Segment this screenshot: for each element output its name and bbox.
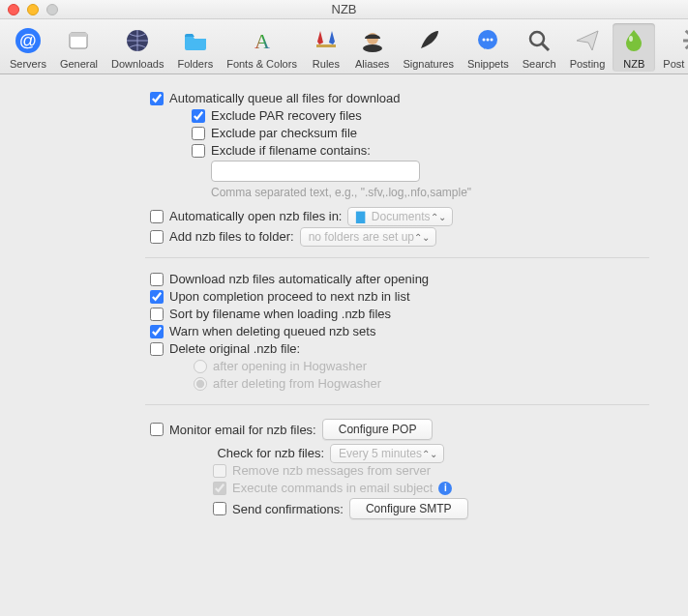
- toolbar-item-downloads[interactable]: Downloads: [105, 23, 169, 72]
- toolbar-item-general[interactable]: General: [54, 23, 104, 72]
- svg-rect-24: [684, 44, 688, 50]
- auto-queue-checkbox[interactable]: Automatically queue all files for downlo…: [150, 91, 400, 105]
- svg-line-14: [542, 44, 549, 50]
- alias-icon: [357, 25, 388, 56]
- check-interval-select: Every 5 minutes ⌃⌄: [330, 444, 444, 463]
- window-title: NZB: [0, 2, 688, 16]
- proceed-next-label: Upon completion proceed to next nzb in l…: [169, 289, 410, 304]
- info-icon[interactable]: i: [438, 482, 452, 495]
- separator: [145, 257, 649, 258]
- proceed-next-checkbox[interactable]: Upon completion proceed to next nzb in l…: [150, 289, 410, 304]
- toolbar-item-servers[interactable]: @Servers: [4, 23, 52, 72]
- auto-open-value: Documents: [372, 210, 431, 223]
- add-folder-value: no folders are set up: [309, 230, 414, 244]
- toolbar-item-signatures[interactable]: Signatures: [397, 23, 460, 72]
- monitor-email-checkbox[interactable]: Monitor email for nzb files:: [150, 423, 316, 437]
- add-folder-label: Add nzb files to folder:: [169, 229, 294, 244]
- svg-text:A: A: [254, 29, 270, 53]
- sort-filename-checkbox[interactable]: Sort by filename when loading .nzb files: [150, 307, 391, 321]
- exclude-contains-hint: Comma separated text, e.g., ".sfv,.log,.…: [211, 186, 649, 199]
- titlebar: NZB: [0, 0, 688, 19]
- toolbar-item-rules[interactable]: Rules: [305, 23, 347, 72]
- delete-after-open-radio: after opening in Hogwasher: [194, 359, 367, 373]
- delete-after-delete-label: after deleting from Hogwasher: [213, 376, 381, 391]
- chat-icon: [472, 25, 503, 56]
- delete-original-label: Delete original .nzb file:: [169, 341, 300, 356]
- execute-commands-label: Execute commands in email subject: [232, 481, 433, 495]
- exclude-contains-checkbox[interactable]: Exclude if filename contains:: [192, 143, 371, 158]
- minimize-icon[interactable]: [27, 4, 39, 15]
- toolbar-item-postprocess[interactable]: Post Process: [657, 23, 688, 72]
- add-folder-select[interactable]: no folders are set up ⌃⌄: [300, 227, 436, 247]
- toolbar-label: Fonts & Colors: [226, 58, 297, 70]
- zoom-icon: [46, 4, 58, 15]
- auto-open-select[interactable]: ▇ Documents ⌃⌄: [347, 207, 452, 226]
- toolbar-item-search[interactable]: Search: [517, 23, 562, 72]
- check-interval-label: Check for nzb files:: [208, 446, 324, 460]
- svg-point-7: [363, 44, 382, 52]
- exclude-checksum-checkbox[interactable]: Exclude par checksum file: [192, 126, 357, 140]
- svg-rect-3: [70, 33, 87, 37]
- auto-queue-label: Automatically queue all files for downlo…: [169, 91, 400, 105]
- close-icon[interactable]: [8, 4, 19, 15]
- toolbar-label: Posting: [570, 58, 606, 70]
- rules-icon: [311, 25, 342, 56]
- toolbar-item-snippets[interactable]: Snippets: [462, 23, 515, 72]
- search-icon: [523, 25, 554, 56]
- toolbar-item-posting[interactable]: Posting: [564, 23, 612, 72]
- svg-point-12: [491, 39, 494, 42]
- delete-after-delete-radio: after deleting from Hogwasher: [194, 376, 381, 391]
- svg-rect-19: [683, 40, 688, 43]
- warn-delete-checkbox[interactable]: Warn when deleting queued nzb sets: [150, 324, 375, 338]
- auto-open-checkbox[interactable]: Automatically open nzb files in:: [150, 209, 342, 223]
- monitor-email-label: Monitor email for nzb files:: [169, 423, 316, 437]
- svg-rect-6: [316, 44, 336, 47]
- exclude-par-checkbox[interactable]: Exclude PAR recovery files: [192, 108, 362, 123]
- svg-rect-21: [684, 30, 688, 36]
- toolbar-label: Servers: [10, 58, 46, 70]
- folder-icon: [180, 25, 211, 56]
- toolbar-item-fonts[interactable]: AFonts & Colors: [221, 23, 303, 72]
- svg-text:@: @: [19, 31, 37, 50]
- svg-point-11: [487, 39, 490, 42]
- toolbar-item-folders[interactable]: Folders: [171, 23, 219, 72]
- toolbar-label: Aliases: [355, 58, 389, 70]
- svg-point-10: [483, 39, 486, 42]
- drop-icon: [618, 25, 649, 56]
- gear-icon: [679, 25, 688, 56]
- chevron-updown-icon: ⌃⌄: [422, 449, 437, 459]
- delete-after-open-label: after opening in Hogwasher: [213, 359, 367, 373]
- preferences-pane-nzb: Automatically queue all files for downlo…: [0, 74, 688, 615]
- globe-icon: [122, 25, 153, 56]
- window-controls: [8, 4, 58, 15]
- remove-messages-checkbox: Remove nzb messages from server: [213, 463, 431, 478]
- toolbar-label: Post Process: [663, 58, 688, 70]
- auto-open-label: Automatically open nzb files in:: [169, 209, 342, 223]
- chevron-updown-icon: ⌃⌄: [431, 212, 446, 222]
- toolbar-label: Snippets: [467, 58, 509, 70]
- plane-icon: [572, 25, 603, 56]
- send-confirmations-label: Send confirmations:: [232, 502, 344, 516]
- configure-smtp-button[interactable]: Configure SMTP: [349, 498, 468, 519]
- toolbar-label: Folders: [177, 58, 213, 70]
- delete-original-checkbox[interactable]: Delete original .nzb file:: [150, 341, 300, 356]
- sort-filename-label: Sort by filename when loading .nzb files: [169, 307, 391, 321]
- folder-icon: ▇: [356, 210, 365, 223]
- toolbar-label: Signatures: [403, 58, 454, 70]
- configure-pop-button[interactable]: Configure POP: [322, 419, 434, 440]
- toolbar-item-aliases[interactable]: Aliases: [349, 23, 395, 72]
- toolbar-label: NZB: [623, 58, 644, 70]
- remove-messages-label: Remove nzb messages from server: [232, 463, 431, 478]
- exclude-par-label: Exclude PAR recovery files: [211, 108, 362, 123]
- send-confirmations-checkbox[interactable]: Send confirmations:: [213, 502, 344, 516]
- exclude-contains-input[interactable]: [211, 161, 420, 182]
- toolbar-item-nzb[interactable]: NZB: [613, 23, 655, 72]
- warn-delete-label: Warn when deleting queued nzb sets: [169, 324, 375, 338]
- add-folder-checkbox[interactable]: Add nzb files to folder:: [150, 229, 294, 244]
- exclude-checksum-label: Exclude par checksum file: [211, 126, 357, 140]
- execute-commands-checkbox: Execute commands in email subject: [213, 481, 433, 495]
- svg-point-13: [530, 32, 544, 45]
- toolbar-label: Search: [523, 58, 556, 70]
- toolbar-label: Downloads: [111, 58, 164, 70]
- download-auto-checkbox[interactable]: Download nzb files automatically after o…: [150, 272, 429, 286]
